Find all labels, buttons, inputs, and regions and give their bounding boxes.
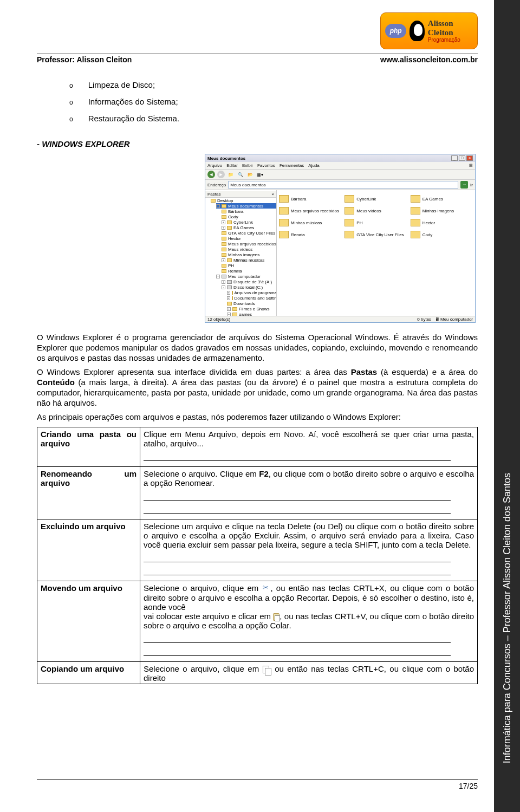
tree-item[interactable]: Meus vídeos <box>222 246 276 252</box>
table-row: Movendo um arquivo Selecione o arquivo, … <box>37 581 478 662</box>
status-location: Meu computador <box>440 317 473 322</box>
folder-item[interactable]: Meus arquivos recebidos <box>279 205 341 216</box>
operations-table: Criando uma pasta ou arquivo Clique em M… <box>37 427 478 684</box>
folder-icon <box>222 231 226 235</box>
folder-icon <box>222 242 226 246</box>
tree-item[interactable]: -Meu computador <box>216 274 276 279</box>
views-icon[interactable]: ▦▾ <box>256 171 264 178</box>
close-button[interactable]: × <box>466 155 473 161</box>
search-icon[interactable]: 🔍 <box>237 171 244 178</box>
menu-editar[interactable]: Editar <box>226 163 238 168</box>
up-folder-icon[interactable]: 📁 <box>227 171 235 178</box>
php-logo-icon: php <box>385 24 406 38</box>
tree-item[interactable]: Downloads <box>227 301 276 306</box>
folder-item[interactable]: Renata <box>279 229 341 240</box>
table-row: Excluindo um arquivo Selecione um arquiv… <box>37 519 478 581</box>
tree-close-icon[interactable]: × <box>271 192 274 197</box>
tree-item[interactable]: Cody <box>222 214 276 219</box>
titlebar: Meus documentos _ □ × <box>205 154 475 162</box>
bullet-marker: o <box>69 82 73 89</box>
folder-item[interactable]: CyberLink <box>344 193 407 204</box>
professor-label: Professor: Alisson Cleiton <box>37 55 132 64</box>
address-bar: Endereço Meus documentos → Ir <box>205 180 475 190</box>
paragraph: O Windows Explorer é o programa gerencia… <box>37 333 478 363</box>
bullet-marker: o <box>69 115 73 123</box>
folder-icon <box>222 237 226 241</box>
tree-item[interactable]: PH <box>222 263 276 268</box>
blank-line <box>144 635 451 643</box>
blank-line <box>144 493 451 501</box>
paste-icon <box>273 613 280 621</box>
folders-icon[interactable]: 📂 <box>246 171 254 178</box>
folder-icon <box>344 195 354 203</box>
op-name: Movendo um arquivo <box>37 581 140 662</box>
tree-item[interactable]: Meus arquivos recebidos <box>222 241 276 246</box>
folder-icon <box>344 207 354 215</box>
address-input[interactable]: Meus documentos <box>228 181 458 189</box>
menu-arquivo[interactable]: Arquivo <box>207 163 222 168</box>
folder-item[interactable]: EA Games <box>411 193 473 204</box>
tree-item[interactable]: Minhas imagens <box>222 252 276 257</box>
tree-item[interactable]: -Disco local (C:) <box>222 284 276 290</box>
blank-line <box>144 555 451 562</box>
forward-button[interactable]: ► <box>217 171 225 178</box>
folder-icon <box>222 204 226 208</box>
tree-item[interactable]: +Documents and Settings <box>227 295 276 301</box>
folder-item[interactable]: PH <box>344 217 407 228</box>
menubar: Arquivo Editar Exibir Favoritos Ferramen… <box>205 162 475 170</box>
toolbar: ◄ ► 📁 🔍 📂 ▦▾ <box>205 170 475 180</box>
side-band: Informática para Concursos – Professor A… <box>494 0 520 812</box>
folder-item[interactable]: Meus vídeos <box>344 205 407 216</box>
go-button[interactable]: → <box>460 181 468 189</box>
folder-icon <box>344 219 354 226</box>
footer: 17/25 <box>37 779 478 790</box>
folder-icon <box>279 231 289 238</box>
tree-item[interactable]: Renata <box>222 268 276 274</box>
tree-item[interactable]: +games <box>227 311 276 316</box>
tree-item[interactable]: Bárbara <box>222 209 276 214</box>
logo-badge: php Alisson Cleiton Programação <box>380 12 478 49</box>
tree-item[interactable]: Hector <box>222 236 276 241</box>
bullet-item: Limpeza de Disco; <box>88 80 155 89</box>
page-frame: php Alisson Cleiton Programação Professo… <box>0 0 494 812</box>
menu-ajuda[interactable]: Ajuda <box>308 163 319 168</box>
menu-favoritos[interactable]: Favoritos <box>257 163 275 168</box>
folder-icon <box>232 296 233 300</box>
folder-item[interactable]: Minhas músicas <box>279 217 341 228</box>
tree-item[interactable]: +EA Games <box>222 225 276 230</box>
tree-item-selected[interactable]: -Meus documentos <box>216 203 276 209</box>
tree-item[interactable]: GTA Vice City User Files <box>222 230 276 236</box>
tree-item[interactable]: +CyberLink <box>222 219 276 225</box>
menu-ferramentas[interactable]: Ferramentas <box>280 163 304 168</box>
blank-line <box>144 453 451 461</box>
tree-item[interactable]: +Arquivos de programas <box>227 290 276 295</box>
folder-item[interactable]: Minhas imagens <box>411 205 473 216</box>
tree-item[interactable]: +Minhas músicas <box>222 257 276 263</box>
paragraph: As principais operações com arquivos e p… <box>37 412 478 423</box>
bullet-list: oLimpeza de Disco; oInformações do Siste… <box>69 80 478 123</box>
folder-icon <box>227 258 232 262</box>
folder-item[interactable]: Cody <box>411 229 473 240</box>
bullet-item: Informações do Sistema; <box>88 97 178 106</box>
folder-item[interactable]: Bárbara <box>279 193 341 204</box>
floppy-icon <box>227 280 232 284</box>
window-title: Meus documentos <box>207 156 245 161</box>
menu-exibir[interactable]: Exibir <box>242 163 253 168</box>
maximize-button[interactable]: □ <box>459 155 465 161</box>
folder-item[interactable]: Hector <box>411 217 473 228</box>
tree-item[interactable]: +Filmes e Shows <box>227 306 276 311</box>
tree-item[interactable]: Desktop <box>211 198 276 203</box>
drive-icon <box>227 285 232 289</box>
op-desc: Selecione o arquivo, clique em , ou entã… <box>140 662 478 684</box>
statusbar: 12 objeto(s) 0 bytes 🖥 Meu computador <box>205 316 475 322</box>
cut-icon <box>262 584 271 593</box>
penguin-icon <box>410 21 424 41</box>
side-band-text: Informática para Concursos – Professor A… <box>502 473 513 763</box>
folder-item[interactable]: GTA Vice City User Files <box>344 229 407 240</box>
folder-icon <box>279 219 289 226</box>
back-button[interactable]: ◄ <box>207 171 215 178</box>
site-url: www.alissoncleiton.com.br <box>380 55 478 64</box>
minimize-button[interactable]: _ <box>451 155 458 161</box>
folder-icon <box>211 199 216 203</box>
tree-item[interactable]: +Disquete de 3½ (A:) <box>222 279 276 284</box>
